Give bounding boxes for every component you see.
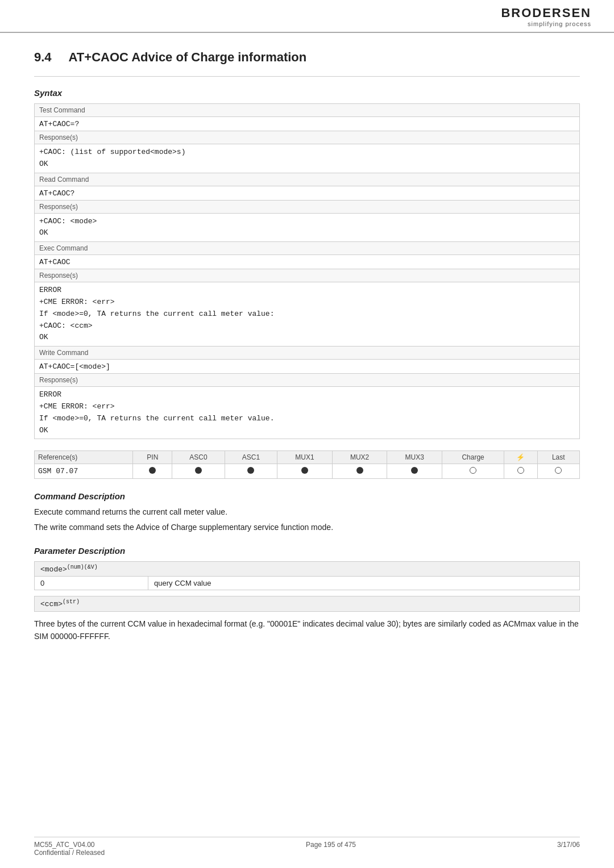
ref-last bbox=[537, 464, 579, 479]
section-number: 9.4 bbox=[34, 50, 52, 65]
table-row: GSM 07.07 bbox=[35, 464, 580, 479]
table-row: Response(s) bbox=[35, 131, 580, 144]
table-row: AT+CAOC? bbox=[35, 186, 580, 200]
response-label: Response(s) bbox=[35, 131, 580, 144]
ref-header-mux3: MUX3 bbox=[387, 451, 442, 464]
table-row: Response(s) bbox=[35, 269, 580, 282]
table-row: 0 query CCM value bbox=[35, 577, 580, 590]
main-content: 9.4 AT+CAOC Advice of Charge information… bbox=[0, 33, 614, 662]
table-row: <mode>(num)(&V) bbox=[35, 562, 580, 577]
table-row: +CAOC: <mode>OK bbox=[35, 213, 580, 242]
footer-center: Page 195 of 475 bbox=[306, 841, 356, 857]
footer-left: MC55_ATC_V04.00 Confidential / Released bbox=[34, 841, 105, 857]
ref-header-bolt: ⚡ bbox=[504, 451, 537, 464]
section-title: AT+CAOC Advice of Charge information bbox=[69, 50, 307, 65]
page-footer: MC55_ATC_V04.00 Confidential / Released … bbox=[34, 837, 580, 857]
empty-circle bbox=[470, 467, 476, 474]
table-row: Response(s) bbox=[35, 200, 580, 213]
response-label: Response(s) bbox=[35, 374, 580, 387]
syntax-label: Syntax bbox=[34, 88, 580, 98]
command-text: AT+CAOC=[<mode>] bbox=[35, 360, 580, 374]
response-content: +CAOC: (list of supported<mode>s)OK bbox=[35, 144, 580, 173]
response-content: ERROR +CME ERROR: <err> If <mode>=0, TA … bbox=[35, 387, 580, 439]
empty-circle bbox=[517, 467, 524, 474]
footer-confidential: Confidential / Released bbox=[34, 849, 105, 857]
param-val-0: 0 bbox=[35, 577, 148, 590]
filled-circle bbox=[356, 467, 363, 474]
filled-circle bbox=[247, 467, 254, 474]
ref-mux2 bbox=[332, 464, 387, 479]
ref-mux1 bbox=[277, 464, 333, 479]
ref-header-charge: Charge bbox=[442, 451, 504, 464]
response-content: +CAOC: <mode>OK bbox=[35, 213, 580, 242]
command-text: AT+CAOC bbox=[35, 255, 580, 269]
divider bbox=[34, 76, 580, 77]
filled-circle bbox=[149, 467, 156, 474]
command-description-label: Command Description bbox=[34, 491, 580, 501]
command-desc-line1: Execute command returns the current call… bbox=[34, 506, 580, 518]
table-row: Read Command bbox=[35, 173, 580, 186]
ref-header-asc1: ASC1 bbox=[225, 451, 277, 464]
table-row: Exec Command bbox=[35, 242, 580, 255]
command-desc-line2: The write command sets the Advice of Cha… bbox=[34, 521, 580, 533]
table-row: <ccm>(str) bbox=[35, 596, 580, 611]
reference-table: Reference(s) PIN ASC0 ASC1 MUX1 MUX2 MUX… bbox=[34, 450, 580, 479]
table-row: +CAOC: (list of supported<mode>s)OK bbox=[35, 144, 580, 173]
param-mode-sup: (num)(&V) bbox=[67, 564, 98, 570]
param-mode-table: <mode>(num)(&V) 0 query CCM value bbox=[34, 561, 580, 590]
command-text: AT+CAOC? bbox=[35, 186, 580, 200]
ref-mux3 bbox=[387, 464, 442, 479]
param-ccm-table: <ccm>(str) bbox=[34, 596, 580, 611]
table-row: Response(s) bbox=[35, 374, 580, 387]
page-header: BRODERSEN simplifying process bbox=[0, 0, 614, 33]
ref-header-name: Reference(s) bbox=[35, 451, 133, 464]
ref-asc0 bbox=[172, 464, 225, 479]
parameter-description-label: Parameter Description bbox=[34, 546, 580, 556]
row-label: Exec Command bbox=[35, 242, 580, 255]
table-row: AT+CAOC=? bbox=[35, 117, 580, 131]
ref-header-pin: PIN bbox=[133, 451, 172, 464]
filled-circle bbox=[195, 467, 202, 474]
table-row: Test Command bbox=[35, 104, 580, 117]
ref-charge bbox=[442, 464, 504, 479]
param-desc-0: query CCM value bbox=[148, 577, 580, 590]
footer-date: 3/17/06 bbox=[557, 841, 580, 857]
ref-header-last: Last bbox=[537, 451, 579, 464]
response-content: ERROR +CME ERROR: <err> If <mode>=0, TA … bbox=[35, 282, 580, 347]
syntax-table: Test Command AT+CAOC=? Response(s) +CAOC… bbox=[34, 103, 580, 439]
filled-circle bbox=[301, 467, 308, 474]
ref-gsm: GSM 07.07 bbox=[35, 464, 133, 479]
row-label: Test Command bbox=[35, 104, 580, 117]
ref-bolt bbox=[504, 464, 537, 479]
param-mode-header: <mode>(num)(&V) bbox=[35, 562, 580, 577]
table-row: Write Command bbox=[35, 347, 580, 360]
ref-header-mux1: MUX1 bbox=[277, 451, 333, 464]
logo: BRODERSEN simplifying process bbox=[501, 6, 591, 27]
table-row: ERROR +CME ERROR: <err> If <mode>=0, TA … bbox=[35, 387, 580, 439]
ref-header-mux2: MUX2 bbox=[332, 451, 387, 464]
empty-circle bbox=[555, 467, 562, 474]
row-label: Write Command bbox=[35, 347, 580, 360]
param-ccm-header: <ccm>(str) bbox=[35, 596, 580, 611]
response-label: Response(s) bbox=[35, 269, 580, 282]
command-text: AT+CAOC=? bbox=[35, 117, 580, 131]
ref-asc1 bbox=[225, 464, 277, 479]
ref-pin bbox=[133, 464, 172, 479]
table-row: AT+CAOC=[<mode>] bbox=[35, 360, 580, 374]
logo-name: BRODERSEN bbox=[501, 6, 591, 20]
table-row: AT+CAOC bbox=[35, 255, 580, 269]
param-ccm-sup: (str) bbox=[63, 599, 80, 605]
footer-doc-id: MC55_ATC_V04.00 bbox=[34, 841, 95, 849]
section-heading: 9.4 AT+CAOC Advice of Charge information bbox=[34, 50, 580, 65]
ref-header-asc0: ASC0 bbox=[172, 451, 225, 464]
ccm-description: Three bytes of the current CCM value in … bbox=[34, 617, 580, 643]
row-label: Read Command bbox=[35, 173, 580, 186]
response-label: Response(s) bbox=[35, 200, 580, 213]
logo-subtitle: simplifying process bbox=[528, 20, 591, 27]
table-row: ERROR +CME ERROR: <err> If <mode>=0, TA … bbox=[35, 282, 580, 347]
filled-circle bbox=[411, 467, 418, 474]
